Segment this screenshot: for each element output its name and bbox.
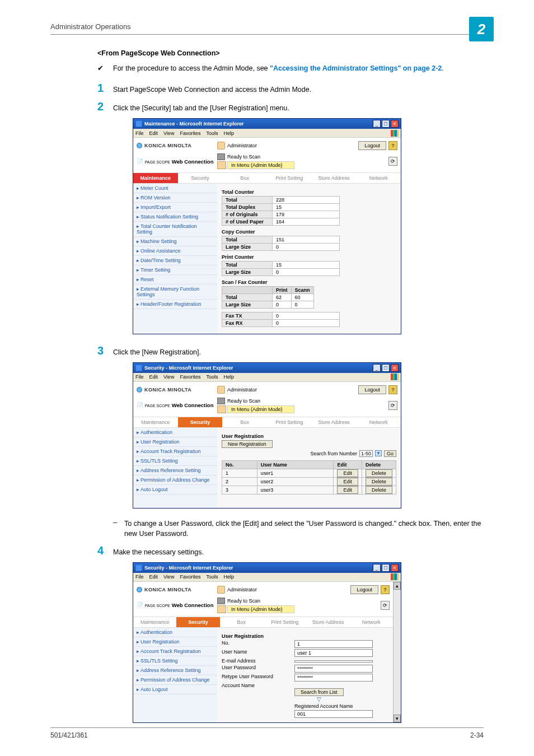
side-auth[interactable]: ▸Authentication: [133, 628, 217, 637]
logout-button[interactable]: Logout: [358, 141, 386, 150]
help-icon[interactable]: ?: [388, 141, 397, 150]
menu-edit[interactable]: Edit: [149, 130, 158, 136]
side-status-notif[interactable]: ▸Status Notification Setting: [133, 212, 217, 222]
help-icon[interactable]: ?: [381, 585, 390, 594]
username-input[interactable]: user 1: [294, 649, 373, 657]
go-button[interactable]: Go: [384, 450, 396, 457]
search-from-list-button[interactable]: Search from List: [294, 688, 344, 696]
tab-print[interactable]: Print Setting: [267, 173, 312, 183]
tab-store[interactable]: Store Address: [306, 617, 349, 627]
scroll-down-icon[interactable]: ▾: [394, 715, 401, 722]
reg-account-input[interactable]: 001: [294, 710, 373, 718]
note-link[interactable]: "Accessing the Administrator Settings" o…: [270, 64, 442, 72]
side-ssl[interactable]: ▸SSL/TLS Setting: [133, 456, 217, 466]
minimize-button[interactable]: _: [373, 564, 381, 572]
dropdown-icon[interactable]: ▼: [375, 450, 382, 456]
menu-help[interactable]: Help: [223, 374, 234, 380]
close-button[interactable]: ×: [391, 564, 399, 572]
delete-button[interactable]: Delete: [366, 469, 392, 477]
delete-button[interactable]: Delete: [366, 486, 392, 494]
side-import[interactable]: ▸Import/Export: [133, 203, 217, 212]
side-total-notif[interactable]: ▸Total Counter Notification Setting: [133, 222, 217, 237]
side-user-reg[interactable]: ▸User Registration: [133, 637, 217, 647]
search-range-select[interactable]: 1-50: [359, 450, 373, 457]
refresh-icon[interactable]: ⟳: [388, 401, 397, 410]
tab-maintenance[interactable]: Maintenance: [133, 173, 178, 183]
tab-security[interactable]: Security: [178, 417, 223, 427]
side-perm-addr[interactable]: ▸Permission of Address Change: [133, 475, 217, 485]
close-button[interactable]: ×: [391, 120, 399, 128]
menu-view[interactable]: View: [163, 130, 174, 136]
refresh-icon[interactable]: ⟳: [388, 157, 397, 166]
tab-box[interactable]: Box: [220, 617, 263, 627]
side-account-track[interactable]: ▸Account Track Registration: [133, 647, 217, 656]
tab-store[interactable]: Store Address: [312, 417, 357, 427]
menu-tools[interactable]: Tools: [206, 574, 218, 580]
help-icon[interactable]: ?: [388, 385, 397, 394]
tab-box[interactable]: Box: [222, 173, 267, 183]
side-addr-ref[interactable]: ▸Address Reference Setting: [133, 466, 217, 475]
menu-help[interactable]: Help: [223, 574, 234, 580]
side-reset[interactable]: ▸Reset: [133, 275, 217, 284]
side-online[interactable]: ▸Online Assistance: [133, 246, 217, 256]
side-meter-count[interactable]: ▸Meter Count: [133, 184, 217, 193]
tab-box[interactable]: Box: [222, 417, 267, 427]
side-auto-logout[interactable]: ▸Auto Logout: [133, 685, 217, 694]
refresh-icon[interactable]: ⟳: [381, 601, 390, 610]
menu-view[interactable]: View: [163, 374, 174, 380]
side-rom[interactable]: ▸ROM Version: [133, 193, 217, 203]
tab-network[interactable]: Network: [350, 617, 393, 627]
menu-tools[interactable]: Tools: [206, 374, 218, 380]
side-user-reg[interactable]: ▸User Registration: [133, 437, 217, 447]
minimize-button[interactable]: _: [373, 120, 381, 128]
scrollbar[interactable]: ▴ ▾: [393, 582, 401, 722]
maximize-button[interactable]: □: [382, 364, 390, 372]
tab-maintenance[interactable]: Maintenance: [133, 617, 176, 627]
side-auth[interactable]: ▸Authentication: [133, 428, 217, 437]
menu-edit[interactable]: Edit: [149, 574, 158, 580]
menu-favorites[interactable]: Favorites: [180, 374, 200, 380]
side-header-footer[interactable]: ▸Header/Footer Registration: [133, 300, 217, 309]
menu-favorites[interactable]: Favorites: [180, 130, 200, 136]
side-account-track[interactable]: ▸Account Track Registration: [133, 447, 217, 456]
side-perm-addr[interactable]: ▸Permission of Address Change: [133, 675, 217, 685]
maximize-button[interactable]: □: [382, 564, 390, 572]
tab-store[interactable]: Store Address: [312, 173, 357, 183]
new-registration-button[interactable]: New Registration: [222, 440, 273, 448]
edit-button[interactable]: Edit: [337, 469, 358, 477]
delete-button[interactable]: Delete: [366, 478, 392, 486]
password-input[interactable]: ********: [294, 665, 373, 673]
menu-file[interactable]: File: [135, 574, 144, 580]
menu-favorites[interactable]: Favorites: [180, 574, 200, 580]
tab-network[interactable]: Network: [356, 417, 401, 427]
menu-tools[interactable]: Tools: [206, 130, 218, 136]
side-timer[interactable]: ▸Timer Setting: [133, 265, 217, 275]
minimize-button[interactable]: _: [373, 364, 381, 372]
retype-password-input[interactable]: ********: [294, 674, 373, 682]
logout-button[interactable]: Logout: [358, 385, 386, 394]
no-input[interactable]: 1: [294, 640, 373, 648]
tab-security[interactable]: Security: [176, 617, 219, 627]
edit-button[interactable]: Edit: [337, 478, 358, 486]
menu-view[interactable]: View: [163, 574, 174, 580]
tab-maintenance[interactable]: Maintenance: [133, 417, 178, 427]
menu-edit[interactable]: Edit: [149, 374, 158, 380]
side-addr-ref[interactable]: ▸Address Reference Setting: [133, 666, 217, 675]
tab-security[interactable]: Security: [178, 173, 223, 183]
edit-button[interactable]: Edit: [337, 486, 358, 494]
menu-help[interactable]: Help: [223, 130, 234, 136]
maximize-button[interactable]: □: [382, 120, 390, 128]
close-button[interactable]: ×: [391, 364, 399, 372]
side-ssl[interactable]: ▸SSL/TLS Setting: [133, 656, 217, 666]
tab-network[interactable]: Network: [356, 173, 401, 183]
tab-print[interactable]: Print Setting: [263, 617, 306, 627]
menu-file[interactable]: File: [135, 374, 144, 380]
side-extmem[interactable]: ▸External Memory Function Settings: [133, 284, 217, 300]
side-auto-logout[interactable]: ▸Auto Logout: [133, 485, 217, 494]
logout-button[interactable]: Logout: [350, 585, 378, 594]
tab-print[interactable]: Print Setting: [267, 417, 312, 427]
email-input[interactable]: [294, 660, 373, 662]
scroll-up-icon[interactable]: ▴: [394, 582, 401, 590]
side-machine[interactable]: ▸Machine Setting: [133, 237, 217, 246]
menu-file[interactable]: File: [135, 130, 144, 136]
